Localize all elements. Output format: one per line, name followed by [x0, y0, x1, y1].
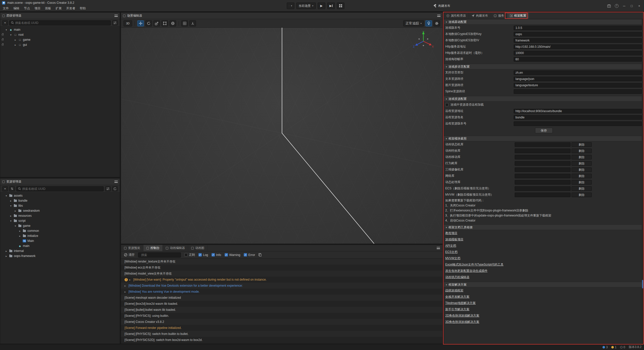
hierarchy-node[interactable]: ▾ main [0, 27, 120, 32]
log-row[interactable]: ! [Window] Download the Vue Devtools ext… [121, 283, 442, 289]
solution-link[interactable]: 战棋游戏框架 [445, 288, 463, 293]
step-button[interactable]: ▶ [327, 3, 335, 9]
delete-module-button[interactable]: 删除 [572, 186, 592, 191]
log-row[interactable]: ! [Window] render_texture文件夹不存在 [121, 258, 442, 265]
panel-menu-icon[interactable] [114, 181, 118, 183]
expand-arrow[interactable]: ▸ [18, 235, 21, 237]
asset-node[interactable]: ▸ common [0, 228, 120, 233]
expand-arrow[interactable]: ▸ [14, 38, 17, 41]
hierarchy-node[interactable]: ▸ gui [0, 42, 120, 47]
asset-node[interactable]: ▾ libs [0, 203, 120, 208]
move-tool-button[interactable] [137, 20, 144, 26]
gizmo-space-button[interactable] [170, 20, 176, 26]
config-value-input[interactable] [514, 26, 642, 30]
scrollbar-track[interactable] [642, 19, 643, 344]
checkbox[interactable] [212, 253, 215, 256]
layout-button[interactable] [337, 3, 344, 9]
view-mode-dropdown[interactable]: 正常追踪 ▾ [403, 20, 424, 26]
expand-arrow[interactable]: ▾ [5, 28, 8, 31]
log-expand-arrow[interactable] [125, 284, 127, 287]
console-tab[interactable]: 控制台 [143, 245, 163, 251]
menu-item[interactable]: 编辑 [11, 6, 22, 11]
log-row[interactable]: ! [Scene] [PHYSICS]: switch from builtin… [121, 331, 442, 337]
console-tab[interactable]: 动画编辑器 [163, 245, 188, 251]
orientation-gizmo[interactable]: Y X Z [412, 30, 435, 53]
build-publish-button[interactable]: 构建发布 [433, 4, 450, 8]
doc-link[interactable]: API文档 [445, 244, 456, 248]
expand-arrow[interactable]: ▸ [9, 199, 12, 202]
config-value-input[interactable] [514, 115, 642, 120]
asset-node[interactable]: Main [0, 238, 120, 243]
clear-console-button[interactable]: 清空 [124, 253, 135, 257]
lock-icon[interactable] [2, 39, 4, 40]
scene-viewport[interactable]: Y X Z [121, 28, 442, 244]
delete-module-button[interactable]: 删除 [572, 155, 592, 159]
log-filter[interactable]: Info [212, 253, 221, 257]
delete-module-button[interactable]: 删除 [572, 180, 592, 185]
config-value-input[interactable] [514, 51, 642, 55]
log-row[interactable]: ! [Window] You are running Vue in develo… [121, 289, 442, 295]
section-header-resources[interactable]: ▾ 游戏资源配置 [444, 96, 644, 102]
section-header-solutions[interactable]: ▾ 框架解决方案 [444, 282, 644, 287]
expand-arrow[interactable]: ▾ [9, 33, 12, 36]
doc-link[interactable]: ECS文档 [445, 250, 458, 254]
panel-menu-icon[interactable] [437, 247, 440, 249]
asset-node[interactable]: ▸ seedrandom [0, 208, 120, 213]
log-row[interactable]: ! [Scene] Cocos Creator v3.8.2 [121, 319, 442, 325]
solution-link[interactable]: 全栈开发解决方案 [445, 295, 469, 299]
log-row[interactable]: ! [Scene] Forward render pipeline initia… [121, 325, 442, 331]
delete-module-button[interactable]: 删除 [572, 167, 592, 172]
log-count-chip[interactable]: 3 [602, 345, 608, 349]
menu-item[interactable]: 面板 [43, 6, 53, 11]
preview-device-button[interactable]: ▾ [287, 3, 294, 9]
minimize-button[interactable]: ─ [621, 3, 627, 9]
doc-link[interactable]: 动画状态机编辑器 [445, 275, 469, 279]
expand-arrow[interactable]: ▸ [18, 230, 21, 232]
doc-link[interactable]: MVVM文档 [445, 256, 460, 260]
inspector-tab[interactable]: 框架配置 [507, 13, 529, 19]
lock-icon[interactable] [2, 34, 4, 35]
expand-arrow[interactable]: ▾ [9, 204, 12, 207]
hierarchy-search-input[interactable] [15, 21, 109, 25]
scene-light-toggle[interactable] [425, 20, 432, 26]
add-asset-button[interactable]: + [2, 186, 8, 191]
scrollbar-thumb[interactable] [642, 280, 643, 288]
checkbox[interactable] [198, 253, 202, 256]
log-row[interactable]: ! [Scene] [box2d]:box2d wasm lib loaded. [121, 301, 442, 307]
expand-arrow[interactable]: ▸ [14, 43, 17, 46]
menu-item[interactable]: 开发者 [64, 6, 77, 11]
section-header-docs[interactable]: ▾ 框架文档工具链接 [444, 225, 644, 230]
console-search-input[interactable] [141, 253, 180, 257]
expand-arrow[interactable]: ▸ [14, 209, 17, 212]
lock-icon[interactable] [2, 44, 4, 46]
scene-settings-button[interactable] [433, 20, 440, 26]
log-row[interactable]: ! [Window] ecs文件夹不存在 [121, 265, 442, 271]
expand-arrow[interactable]: ▸ [5, 255, 8, 257]
asset-node[interactable]: main [0, 243, 120, 248]
asset-node[interactable]: ▸ bundle [0, 198, 120, 203]
panel-menu-icon[interactable] [437, 15, 440, 17]
projection-3d-toggle[interactable]: 3D [124, 20, 132, 26]
log-filter[interactable]: Log [198, 253, 208, 257]
log-expand-arrow[interactable] [129, 278, 132, 281]
console-tab[interactable]: 动画图 [188, 245, 208, 251]
doc-link[interactable]: 教程项目 [445, 231, 457, 235]
snap-settings-button[interactable] [181, 20, 188, 26]
log-row[interactable]: ! [Scene] [bullet]:bullet wasm lib loade… [121, 307, 442, 313]
checkbox[interactable] [225, 253, 228, 256]
log-expand-arrow[interactable] [125, 290, 127, 293]
hierarchy-searchbox[interactable] [9, 20, 111, 25]
inspector-tab[interactable]: 属性检查器 [444, 13, 469, 19]
config-value-input[interactable] [514, 83, 642, 88]
help-button[interactable]: ? [613, 3, 620, 9]
log-row[interactable]: ! [Window] model_view文件夹不存在 [121, 271, 442, 277]
config-value-input[interactable] [514, 38, 642, 43]
menu-item[interactable]: 节点 [22, 6, 32, 11]
log-row[interactable]: ! [Scene] meshopt wasm decoder initializ… [121, 295, 442, 301]
menu-item[interactable]: 帮助 [77, 6, 88, 11]
section-header-language[interactable]: ▾ 游戏多语言配置 [444, 64, 644, 69]
menu-item[interactable]: 项目 [32, 6, 43, 11]
log-row[interactable]: ! [Window] [Vue warn]: Property "onInput… [121, 277, 442, 283]
solution-link[interactable]: 新手引导解决方案 [445, 307, 469, 312]
regex-filter[interactable]: 正则 [184, 253, 195, 257]
